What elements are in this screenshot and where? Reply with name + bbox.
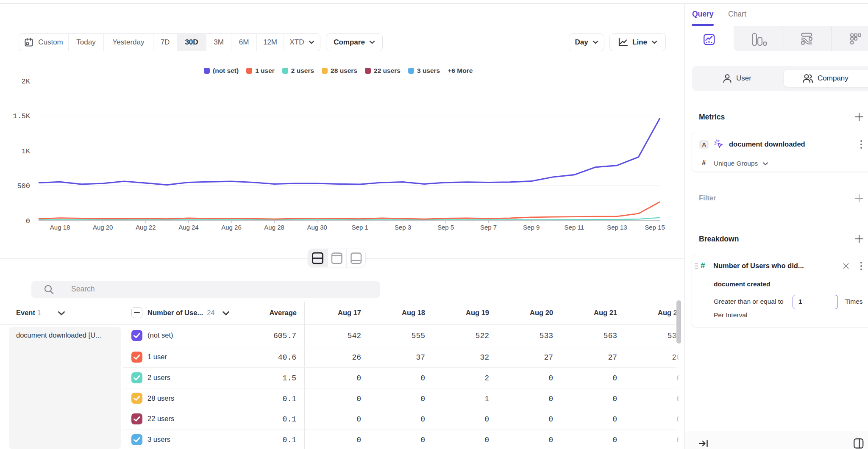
svg-text:Sep 3: Sep 3 xyxy=(395,224,411,231)
svg-text:Aug 18: Aug 18 xyxy=(50,224,70,231)
svg-text:Sep 5: Sep 5 xyxy=(437,224,454,231)
svg-text:Sep 9: Sep 9 xyxy=(523,224,540,231)
svg-text:Aug 28: Aug 28 xyxy=(264,224,284,231)
svg-text:Aug 30: Aug 30 xyxy=(307,224,327,231)
svg-text:1K: 1K xyxy=(22,147,31,155)
svg-text:Aug 26: Aug 26 xyxy=(221,224,242,231)
svg-text:Sep 7: Sep 7 xyxy=(480,224,497,231)
svg-text:0: 0 xyxy=(26,217,30,225)
svg-text:Sep 13: Sep 13 xyxy=(607,224,627,231)
svg-text:Sep 11: Sep 11 xyxy=(565,224,584,231)
svg-text:Aug 22: Aug 22 xyxy=(136,224,156,231)
svg-text:Aug 20: Aug 20 xyxy=(93,224,113,231)
svg-text:500: 500 xyxy=(17,182,30,190)
svg-text:Sep 1: Sep 1 xyxy=(352,224,368,231)
svg-text:1.5K: 1.5K xyxy=(13,112,31,120)
svg-text:2K: 2K xyxy=(22,78,31,86)
svg-text:Sep 15: Sep 15 xyxy=(645,224,665,231)
svg-text:Aug 24: Aug 24 xyxy=(178,224,199,231)
